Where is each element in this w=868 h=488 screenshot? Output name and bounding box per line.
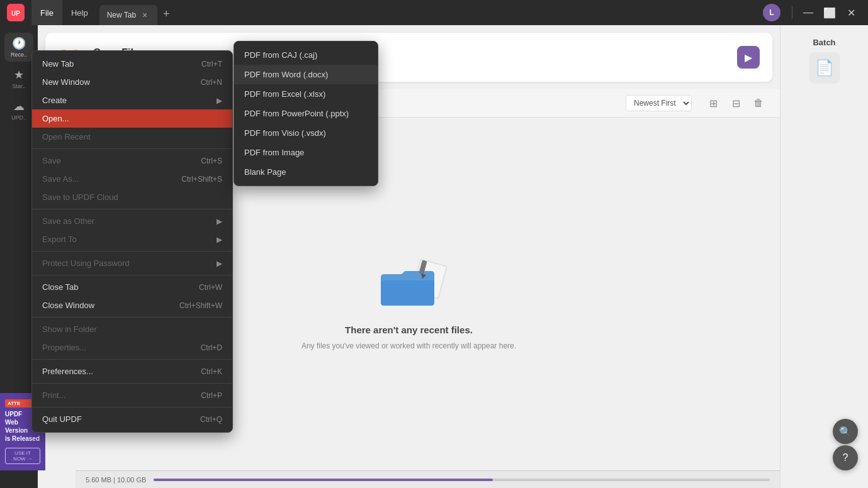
menu-item-close-window[interactable]: Close Window Ctrl+Shift+W xyxy=(32,296,232,314)
svg-text:UP: UP xyxy=(11,10,20,17)
menu-section-window: Close Tab Ctrl+W Close Window Ctrl+Shift… xyxy=(32,278,232,314)
updf-logo-icon: UP xyxy=(7,4,25,21)
menu-section-print: Print... Ctrl+P xyxy=(32,386,232,404)
menu-item-open[interactable]: Open... xyxy=(32,109,232,128)
dropdown-overlay[interactable]: New Tab Ctrl+T New Window Ctrl+N Create … xyxy=(0,25,868,488)
menu-section-prefs: Preferences... Ctrl+K xyxy=(32,362,232,380)
new-tab[interactable]: New Tab × xyxy=(99,5,157,25)
tab-add-button[interactable]: + xyxy=(157,5,175,23)
window-controls: L — ⬜ ✕ xyxy=(763,3,868,22)
tab-close-button[interactable]: × xyxy=(140,10,150,20)
save-other-arrow: ▶ xyxy=(217,217,222,226)
menu-item-open-recent: Open Recent xyxy=(32,128,232,146)
menu-section-top: New Tab Ctrl+T New Window Ctrl+N Create … xyxy=(32,55,232,146)
protect-arrow: ▶ xyxy=(217,259,222,268)
divider-1 xyxy=(32,148,232,149)
submenu-pdf-visio[interactable]: PDF from Visio (.vsdx) xyxy=(234,123,378,143)
divider-5 xyxy=(32,317,232,318)
menu-file[interactable]: File xyxy=(31,0,62,25)
user-avatar[interactable]: L xyxy=(763,4,781,21)
menu-item-properties: Properties... Ctrl+D xyxy=(32,338,232,357)
tabs-area: New Tab × + xyxy=(99,0,763,25)
separator xyxy=(792,6,792,19)
menu-item-create[interactable]: Create ▶ PDF from CAJ (.caj) PDF from Wo… xyxy=(32,91,232,109)
menu-item-preferences[interactable]: Preferences... Ctrl+K xyxy=(32,362,232,380)
menu-section-save: Save Ctrl+S Save As... Ctrl+Shift+S Save… xyxy=(32,152,232,206)
menu-item-new-window[interactable]: New Window Ctrl+N xyxy=(32,73,232,91)
submenu-blank-page[interactable]: Blank Page xyxy=(234,162,378,182)
menu-item-quit[interactable]: Quit UPDF Ctrl+Q xyxy=(32,410,232,428)
minimize-button[interactable]: — xyxy=(799,3,818,22)
menu-item-print: Print... Ctrl+P xyxy=(32,386,232,404)
divider-3 xyxy=(32,251,232,252)
menu-help[interactable]: Help xyxy=(62,0,97,25)
menu-section-quit: Quit UPDF Ctrl+Q xyxy=(32,410,232,428)
submenu-pdf-excel[interactable]: PDF from Excel (.xlsx) xyxy=(234,84,378,104)
menu-section-export: Save as Other ▶ Export To ▶ xyxy=(32,212,232,248)
divider-2 xyxy=(32,209,232,209)
maximize-button[interactable]: ⬜ xyxy=(820,3,839,22)
submenu-pdf-pptx[interactable]: PDF from PowerPoint (.pptx) xyxy=(234,104,378,123)
menu-item-save-cloud: Save to UPDF Cloud xyxy=(32,188,232,206)
divider-4 xyxy=(32,275,232,275)
file-menu-dropdown: New Tab Ctrl+T New Window Ctrl+N Create … xyxy=(31,50,233,433)
submenu-pdf-caj[interactable]: PDF from CAJ (.caj) xyxy=(234,45,378,65)
menu-item-show-folder: Show in Folder xyxy=(32,320,232,338)
menu-item-save-other: Save as Other ▶ xyxy=(32,212,232,230)
close-button[interactable]: ✕ xyxy=(842,3,860,22)
create-submenu: PDF from CAJ (.caj) PDF from Word (.docx… xyxy=(234,41,378,186)
title-bar: UP File Help New Tab × + L — ⬜ ✕ xyxy=(0,0,868,25)
menu-bar: File Help xyxy=(31,0,97,25)
app-body: 🕐 Rece.. ★ Star.. ☁ UPD.. 📂 Open File dr… xyxy=(0,25,868,488)
submenu-pdf-word[interactable]: PDF from Word (.docx) xyxy=(234,65,378,84)
menu-section-protect: Protect Using Password ▶ xyxy=(32,254,232,272)
create-submenu-arrow: ▶ xyxy=(217,96,222,105)
divider-7 xyxy=(32,383,232,384)
divider-8 xyxy=(32,407,232,408)
menu-item-export: Export To ▶ xyxy=(32,230,232,248)
menu-section-folder: Show in Folder Properties... Ctrl+D xyxy=(32,320,232,357)
menu-item-close-tab[interactable]: Close Tab Ctrl+W xyxy=(32,278,232,296)
submenu-pdf-image[interactable]: PDF from Image xyxy=(234,143,378,162)
menu-item-new-tab[interactable]: New Tab Ctrl+T xyxy=(32,55,232,73)
export-arrow: ▶ xyxy=(217,235,222,244)
menu-item-save: Save Ctrl+S xyxy=(32,152,232,170)
divider-6 xyxy=(32,359,232,360)
menu-item-protect: Protect Using Password ▶ xyxy=(32,254,232,272)
menu-item-save-as: Save As... Ctrl+Shift+S xyxy=(32,170,232,188)
app-logo: UP xyxy=(0,0,31,25)
